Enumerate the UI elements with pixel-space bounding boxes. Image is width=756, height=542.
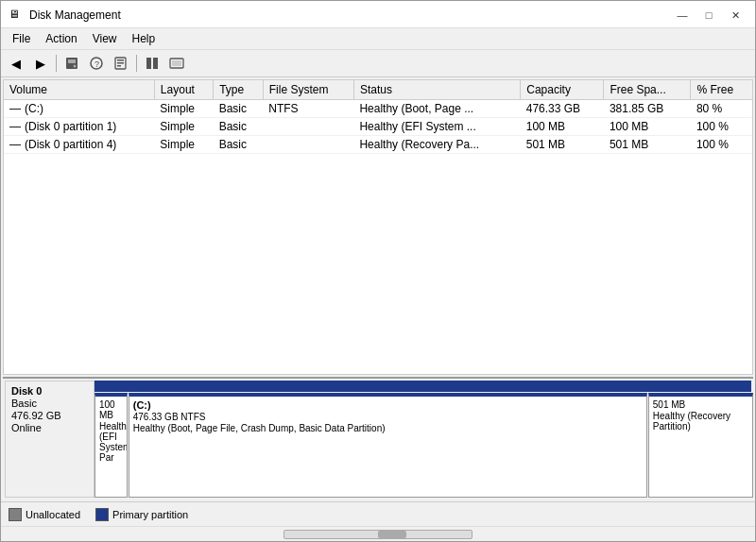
- menu-help[interactable]: Help: [125, 30, 163, 47]
- menu-view[interactable]: View: [85, 30, 125, 47]
- menu-bar: File Action View Help: [1, 28, 755, 50]
- cell-capacity: 476.33 GB: [521, 100, 604, 118]
- cell-volume: —(C:): [4, 100, 154, 118]
- svg-rect-6: [117, 59, 124, 61]
- disk-size: 476.92 GB: [11, 410, 88, 421]
- toolbar-separator-1: [56, 55, 57, 72]
- svg-text:?: ?: [94, 59, 99, 69]
- cell-layout: Simple: [154, 136, 213, 154]
- toolbar: ◀ ▶ ?: [1, 50, 755, 77]
- partition-efi[interactable]: 100 MBHealthy (EFI System Par: [94, 393, 128, 498]
- partition-info: Healthy (EFI System Par: [99, 421, 123, 463]
- partition-size: 501 MB: [653, 399, 748, 410]
- close-button[interactable]: ✕: [723, 7, 747, 24]
- col-header-type[interactable]: Type: [214, 80, 264, 100]
- partition-info: Healthy (Boot, Page File, Crash Dump, Ba…: [133, 423, 643, 433]
- cell-volume: —(Disk 0 partition 1): [4, 118, 154, 136]
- cell-filesystem: NTFS: [263, 100, 353, 118]
- legend-unallocated-box: [9, 508, 22, 521]
- cell-filesystem: [263, 136, 353, 154]
- cell-capacity: 501 MB: [521, 136, 604, 154]
- toolbar-back-button[interactable]: ◀: [5, 53, 27, 74]
- menu-action[interactable]: Action: [38, 30, 84, 47]
- col-header-status[interactable]: Status: [353, 80, 520, 100]
- cell-freespace: 501 MB: [604, 136, 691, 154]
- svg-rect-9: [146, 58, 151, 69]
- toolbar-separator-2: [136, 55, 137, 72]
- cell-freespace: 381.85 GB: [604, 100, 691, 118]
- table-row[interactable]: —(C:) Simple Basic NTFS Healthy (Boot, P…: [4, 100, 752, 118]
- toolbar-forward-button[interactable]: ▶: [29, 53, 52, 74]
- maximize-button[interactable]: □: [696, 7, 721, 24]
- table-row[interactable]: —(Disk 0 partition 1) Simple Basic Healt…: [4, 118, 752, 136]
- disk-bottom-partitions: 100 MBHealthy (EFI System Par(C:)476.33 …: [94, 393, 751, 498]
- disk-top-bar: [94, 381, 751, 392]
- partition-info: Healthy (Recovery Partition): [653, 411, 748, 432]
- cell-status: Healthy (Recovery Pa...: [353, 136, 520, 154]
- disk-name: Disk 0: [11, 385, 88, 397]
- cell-volume: —(Disk 0 partition 4): [4, 136, 154, 154]
- partition-recovery[interactable]: 501 MBHealthy (Recovery Partition): [648, 393, 753, 498]
- minimize-button[interactable]: —: [670, 7, 695, 24]
- cell-type: Basic: [214, 118, 264, 136]
- cell-type: Basic: [214, 100, 264, 118]
- cell-pctfree: 80 %: [691, 100, 752, 118]
- partition-name: (C:): [133, 399, 643, 411]
- svg-rect-8: [117, 65, 121, 67]
- legend-unallocated: Unallocated: [9, 508, 80, 521]
- disk-table: Volume Layout Type File System Status Ca…: [4, 80, 752, 154]
- col-header-layout[interactable]: Layout: [154, 80, 213, 100]
- col-header-capacity[interactable]: Capacity: [521, 80, 604, 100]
- title-bar: 🖥 Disk Management — □ ✕: [1, 1, 755, 28]
- disk-status: Online: [11, 422, 88, 433]
- cell-layout: Simple: [154, 100, 213, 118]
- toolbar-extended-button[interactable]: [165, 53, 188, 74]
- menu-file[interactable]: File: [5, 30, 38, 47]
- toolbar-properties-button[interactable]: [110, 53, 132, 74]
- partition-size: 100 MB: [99, 399, 123, 420]
- svg-rect-7: [117, 62, 124, 64]
- disk-label: Disk 0 Basic 476.92 GB Online: [5, 381, 94, 498]
- cell-capacity: 100 MB: [521, 118, 604, 136]
- toolbar-disk-button[interactable]: [60, 53, 83, 74]
- disk-type: Basic: [11, 398, 88, 409]
- table-row[interactable]: —(Disk 0 partition 4) Simple Basic Healt…: [4, 136, 752, 154]
- col-header-volume[interactable]: Volume: [4, 80, 154, 100]
- legend-primary: Primary partition: [95, 508, 188, 521]
- toolbar-refresh-button[interactable]: [141, 53, 163, 74]
- legend-primary-label: Primary partition: [112, 509, 188, 520]
- col-header-pctfree[interactable]: % Free: [691, 80, 752, 100]
- table-header-row: Volume Layout Type File System Status Ca…: [4, 80, 752, 100]
- legend-bar: Unallocated Primary partition: [1, 501, 755, 526]
- cell-status: Healthy (Boot, Page ...: [353, 100, 520, 118]
- window: 🖥 Disk Management — □ ✕ File Action View…: [0, 0, 756, 542]
- cell-pctfree: 100 %: [691, 136, 752, 154]
- legend-primary-box: [95, 508, 109, 521]
- col-header-freespace[interactable]: Free Spa...: [604, 80, 691, 100]
- svg-rect-1: [68, 59, 76, 63]
- disk-row: Disk 0 Basic 476.92 GB Online 100 MBHeal…: [3, 379, 753, 500]
- svg-rect-12: [172, 60, 181, 66]
- cell-status: Healthy (EFI System ...: [353, 118, 520, 136]
- col-header-filesystem[interactable]: File System: [263, 80, 353, 100]
- disk-table-area[interactable]: Volume Layout Type File System Status Ca…: [3, 79, 753, 375]
- scrollbar-track[interactable]: [284, 530, 472, 539]
- title-bar-buttons: — □ ✕: [670, 7, 747, 24]
- cell-layout: Simple: [154, 118, 213, 136]
- cell-type: Basic: [214, 136, 264, 154]
- cell-pctfree: 100 %: [691, 118, 752, 136]
- main-content: Volume Layout Type File System Status Ca…: [1, 77, 755, 541]
- scroll-row: [1, 526, 755, 541]
- partition-c[interactable]: (C:)476.33 GB NTFSHealthy (Boot, Page Fi…: [129, 393, 647, 498]
- toolbar-help-button[interactable]: ?: [85, 53, 108, 74]
- window-title: Disk Management: [29, 8, 121, 22]
- cell-freespace: 100 MB: [604, 118, 691, 136]
- title-bar-left: 🖥 Disk Management: [9, 8, 121, 23]
- disk-partitions: 100 MBHealthy (EFI System Par(C:)476.33 …: [94, 381, 751, 498]
- partition-size: 476.33 GB NTFS: [133, 412, 643, 422]
- svg-point-2: [74, 65, 77, 68]
- cell-filesystem: [263, 118, 353, 136]
- scrollbar-thumb: [378, 531, 406, 538]
- app-icon: 🖥: [9, 8, 24, 23]
- legend-unallocated-label: Unallocated: [26, 509, 80, 520]
